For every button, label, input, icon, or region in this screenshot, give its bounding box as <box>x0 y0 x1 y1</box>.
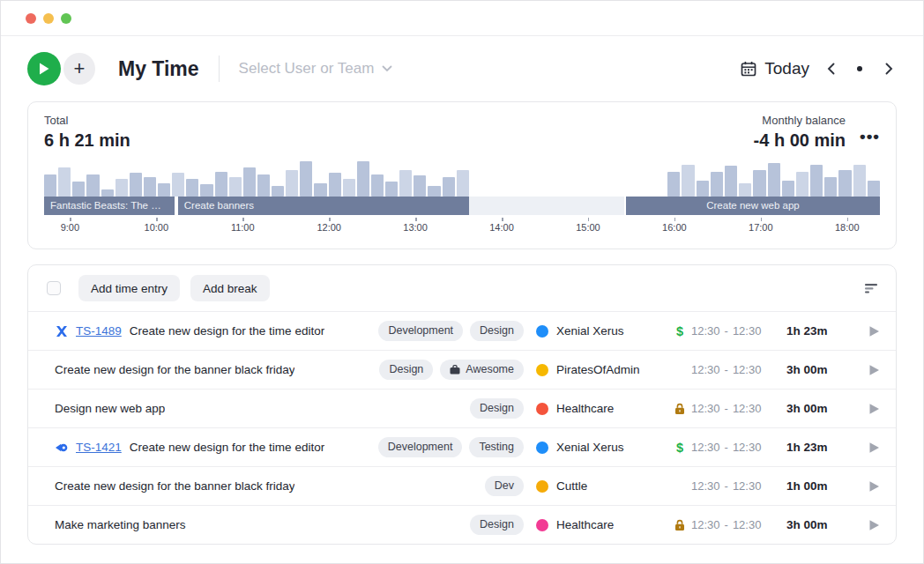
activity-bar <box>357 161 369 197</box>
filter-button[interactable] <box>865 284 880 293</box>
axis-tick-label: 9:00 <box>61 222 79 233</box>
add-time-entry-button[interactable]: Add time entry <box>78 275 180 301</box>
time-range[interactable]: 12:30-12:30 <box>691 518 786 531</box>
entry-duration[interactable]: 3h 00m <box>786 402 850 415</box>
entry-duration[interactable]: 1h 23m <box>786 324 850 338</box>
total-value: 6 h 21 min <box>44 130 130 151</box>
total-block: Total 6 h 21 min <box>44 114 130 151</box>
next-day-button[interactable] <box>881 61 897 77</box>
project-color-dot <box>536 325 548 338</box>
filter-icon <box>865 284 878 293</box>
project-cell[interactable]: Xenial Xerus <box>536 324 668 338</box>
briefcase-icon <box>450 365 460 375</box>
timeline-gap <box>469 197 624 215</box>
add-break-button[interactable]: Add break <box>190 275 270 301</box>
time-entry-row: Design new web appDesignHealthcare12:30-… <box>28 389 896 427</box>
entry-duration[interactable]: 3h 00m <box>786 363 850 376</box>
activity-bar <box>257 174 270 197</box>
time-entry-row: Create new design for the banner black f… <box>28 466 896 505</box>
axis-tick-label: 14:00 <box>489 222 514 233</box>
activity-bar <box>853 165 866 197</box>
activity-bar <box>753 170 765 197</box>
monthly-balance-value: -4 h 00 min <box>754 130 846 151</box>
project-cell[interactable]: Cuttle <box>536 479 668 493</box>
time-entry-row: Create new design for the banner black f… <box>28 350 896 389</box>
axis-tick <box>761 218 763 221</box>
activity-bar <box>428 186 440 197</box>
tag-list: Design <box>470 398 524 419</box>
project-cell[interactable]: PiratesOfAdmin <box>536 363 668 376</box>
dot-icon <box>857 66 862 71</box>
traffic-light-minimize-button[interactable] <box>43 13 54 24</box>
axis-tick <box>156 218 158 221</box>
activity-bar <box>868 181 880 197</box>
project-cell[interactable]: Xenial Xerus <box>536 441 668 454</box>
timeline-segment[interactable]: Create banners <box>176 197 469 215</box>
activity-bar <box>443 177 455 197</box>
user-team-selector[interactable]: Select User or Team <box>239 60 393 78</box>
project-color-dot <box>536 442 548 454</box>
row-play-button[interactable] <box>850 364 880 376</box>
prev-day-button[interactable] <box>823 61 838 77</box>
activity-bar <box>796 172 808 197</box>
tag-pill[interactable]: Design <box>470 515 524 535</box>
date-picker-button[interactable]: Today <box>741 59 809 78</box>
row-play-button[interactable] <box>850 442 880 454</box>
billable-cell <box>668 403 691 415</box>
row-play-button[interactable] <box>850 519 880 531</box>
more-options-button[interactable]: ••• <box>860 121 880 145</box>
ticket-link[interactable]: TS-1421 <box>76 441 122 454</box>
select-all-checkbox[interactable] <box>47 281 61 295</box>
axis-tick <box>847 218 849 221</box>
project-cell[interactable]: Healthcare <box>536 518 668 531</box>
time-range[interactable]: 12:30-12:30 <box>691 479 786 493</box>
row-play-button[interactable] <box>850 325 880 338</box>
play-icon <box>868 325 880 338</box>
page-title: My Time <box>118 57 199 81</box>
chevron-right-icon <box>885 63 893 75</box>
tag-pill[interactable]: Development <box>378 321 463 341</box>
current-day-button[interactable] <box>852 61 868 77</box>
time-range[interactable]: 12:30-12:30 <box>691 441 786 454</box>
tag-pill[interactable]: Design <box>470 321 524 341</box>
activity-bar <box>144 177 156 197</box>
rocket-icon <box>55 441 69 455</box>
activity-bar <box>130 173 142 197</box>
tag-pill[interactable]: Testing <box>469 437 524 457</box>
tag-pill[interactable]: Awesome <box>440 360 524 380</box>
project-color-dot <box>536 519 548 531</box>
chevron-down-icon <box>382 65 392 72</box>
project-name: PiratesOfAdmin <box>556 363 640 376</box>
project-name: Xenial Xerus <box>556 324 624 338</box>
project-cell[interactable]: Healthcare <box>536 402 668 415</box>
traffic-light-zoom-button[interactable] <box>61 13 71 24</box>
time-range[interactable]: 12:30-12:30 <box>691 402 786 415</box>
timeline-segment[interactable]: Fantastic Beasts: The Crimes... <box>44 197 175 215</box>
play-icon <box>868 442 880 454</box>
project-name: Cuttle <box>556 479 587 493</box>
entry-duration[interactable]: 1h 00m <box>786 479 850 493</box>
billable-dollar-icon: $ <box>676 441 683 455</box>
tag-pill[interactable]: Development <box>378 437 463 457</box>
activity-bar <box>768 163 780 197</box>
entry-duration[interactable]: 3h 00m <box>786 518 850 531</box>
time-entry-row: TS-1489Create new design for the time ed… <box>28 311 896 350</box>
row-play-button[interactable] <box>850 403 880 415</box>
add-entry-button[interactable]: + <box>63 53 95 85</box>
time-range[interactable]: 12:30-12:30 <box>691 363 786 376</box>
activity-bar <box>739 183 751 197</box>
total-label: Total <box>44 114 130 127</box>
activity-bar <box>667 172 680 197</box>
timeline-segment[interactable]: Create new web app <box>624 197 880 215</box>
entry-duration[interactable]: 1h 23m <box>786 441 850 454</box>
time-entry-row: TS-1421Create new design for the time ed… <box>28 427 896 466</box>
traffic-light-close-button[interactable] <box>26 13 36 24</box>
calendar-icon <box>741 61 756 77</box>
time-range[interactable]: 12:30-12:30 <box>691 324 786 338</box>
tag-pill[interactable]: Dev <box>485 476 524 496</box>
row-play-button[interactable] <box>850 480 880 493</box>
start-timer-button[interactable] <box>27 52 61 85</box>
ticket-link[interactable]: TS-1489 <box>76 324 122 338</box>
tag-pill[interactable]: Design <box>470 398 524 419</box>
tag-pill[interactable]: Design <box>379 360 433 380</box>
